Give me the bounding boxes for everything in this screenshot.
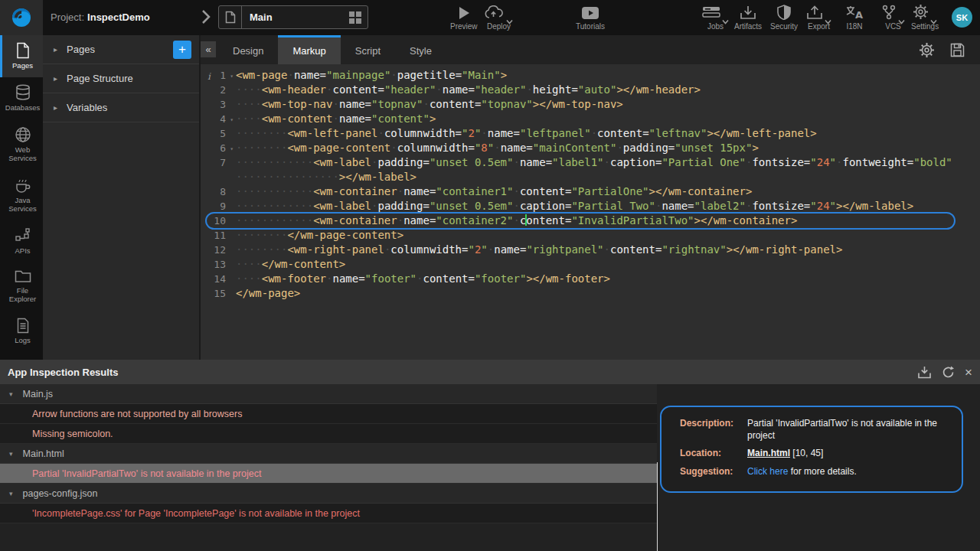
collapse-panel-button[interactable]: « bbox=[201, 41, 216, 57]
page-tab-main[interactable]: Main bbox=[218, 5, 368, 29]
code-line-9[interactable]: 9············<wm-label·padding="unset 0.… bbox=[201, 199, 980, 214]
project-name: InspectDemo bbox=[87, 11, 150, 23]
line-number[interactable]: 2 bbox=[201, 83, 236, 97]
tab-script[interactable]: Script bbox=[341, 35, 395, 64]
inspection-group-pages-config.json[interactable]: ▾pages-config.json bbox=[0, 484, 657, 504]
line-number[interactable]: 15 bbox=[201, 286, 236, 301]
log-icon bbox=[16, 318, 30, 334]
code-line-3[interactable]: 3····<wm-top-nav·name="topnav"·content="… bbox=[201, 97, 980, 112]
expand-arrow-icon: ▸ bbox=[54, 74, 57, 83]
expand-arrow-icon: ▸ bbox=[54, 45, 57, 54]
vcs-button[interactable]: VCS bbox=[881, 5, 905, 31]
line-number[interactable]: 4▾ bbox=[201, 112, 236, 126]
cloud-upload-icon bbox=[485, 5, 513, 20]
inspection-item[interactable]: Arrow functions are not supported by all… bbox=[0, 404, 657, 424]
inspection-item[interactable]: Missing semicolon. bbox=[0, 424, 657, 444]
tab-markup[interactable]: Markup bbox=[278, 35, 340, 64]
fold-marker-icon[interactable]: ▾ bbox=[230, 112, 234, 127]
code-line-10[interactable]: 10············<wm-container·name="contai… bbox=[201, 214, 980, 228]
inspection-group-label: Main.js bbox=[23, 389, 54, 399]
line-number[interactable]: 1▾ bbox=[201, 68, 236, 83]
code-line-2[interactable]: 2····<wm-header·content="header"·name="h… bbox=[201, 83, 980, 97]
panel-section-pages[interactable]: ▸ Pages + bbox=[43, 35, 199, 64]
app-logo[interactable] bbox=[0, 0, 43, 35]
page-icon bbox=[15, 42, 31, 59]
deploy-button[interactable]: Deploy bbox=[485, 5, 513, 31]
i18n-button[interactable]: A I18N bbox=[845, 5, 864, 31]
pane-divider[interactable] bbox=[657, 462, 658, 551]
tab-design[interactable]: Design bbox=[218, 35, 278, 64]
line-number[interactable]: 10 bbox=[201, 214, 236, 228]
jobs-stack-icon bbox=[702, 5, 729, 20]
rail-item-databases[interactable]: Databases bbox=[0, 77, 43, 119]
inspection-list: ▾Main.jsArrow functions are not supporte… bbox=[0, 384, 657, 523]
tutorials-button[interactable]: Tutorials bbox=[576, 5, 605, 31]
page-switcher-grid-icon[interactable] bbox=[349, 11, 361, 24]
line-number[interactable]: 13 bbox=[201, 257, 236, 272]
breadcrumb-chevron-icon[interactable] bbox=[201, 9, 211, 24]
inspection-group-Main.js[interactable]: ▾Main.js bbox=[0, 384, 657, 404]
refresh-icon[interactable] bbox=[942, 366, 955, 379]
line-number[interactable]: 14 bbox=[201, 272, 236, 286]
code-line-7[interactable]: 7············<wm-label·padding="unset 0.… bbox=[201, 155, 980, 184]
settings-button[interactable]: Settings bbox=[911, 5, 939, 31]
fold-marker-icon[interactable]: ▾ bbox=[230, 142, 234, 156]
line-number[interactable]: 9 bbox=[201, 199, 236, 214]
security-button[interactable]: Security bbox=[770, 5, 798, 31]
rail-item-web-services[interactable]: Web Services bbox=[0, 119, 43, 170]
code-line-11[interactable]: 11········</wm-page-content> bbox=[201, 228, 980, 243]
artifacts-button[interactable]: Artifacts bbox=[734, 5, 762, 31]
rail-item-logs[interactable]: Logs bbox=[0, 311, 43, 352]
close-icon[interactable]: × bbox=[965, 366, 972, 379]
line-number[interactable]: 6▾ bbox=[201, 141, 236, 155]
code-line-4[interactable]: 4▾····<wm-content·name="content"> bbox=[201, 112, 980, 126]
export-button[interactable]: Export bbox=[806, 5, 831, 31]
tab-style[interactable]: Style bbox=[395, 35, 446, 64]
panel-section-variables[interactable]: ▸ Variables bbox=[43, 93, 199, 122]
user-avatar[interactable]: SK bbox=[952, 7, 972, 28]
line-number[interactable]: 12 bbox=[201, 243, 236, 257]
add-page-button[interactable]: + bbox=[173, 41, 191, 59]
fold-marker-icon[interactable]: ▾ bbox=[230, 69, 234, 83]
location-file-link[interactable]: Main.html bbox=[747, 448, 790, 458]
inspection-item[interactable]: 'IncompletePage.css' for Page 'Incomplet… bbox=[0, 504, 657, 523]
preview-button[interactable]: Preview bbox=[450, 5, 478, 31]
globe-icon bbox=[15, 126, 31, 143]
code-line-1[interactable]: 1▾<wm-page·name="mainpage"·pagetitle="Ma… bbox=[201, 68, 980, 83]
panel-section-page-structure[interactable]: ▸ Page Structure bbox=[43, 64, 199, 93]
rail-item-apis[interactable]: APIs bbox=[0, 220, 43, 262]
location-label: Location: bbox=[680, 447, 746, 459]
page-file-icon bbox=[219, 6, 242, 28]
coffee-icon bbox=[15, 177, 31, 194]
line-number[interactable]: 8 bbox=[201, 184, 236, 199]
code-line-15[interactable]: 15</wm-page> bbox=[201, 286, 980, 301]
line-number[interactable]: 7 bbox=[201, 155, 236, 184]
description-value: Partial 'InvalidPartialTwo' is not avail… bbox=[747, 417, 962, 442]
save-icon[interactable] bbox=[950, 43, 965, 57]
line-number[interactable]: 5 bbox=[201, 126, 236, 141]
code-editor[interactable]: i 1▾<wm-page·name="mainpage"·pagetitle="… bbox=[201, 64, 980, 360]
code-line-8[interactable]: 8············<wm-container·name="contain… bbox=[201, 184, 980, 199]
top-bar: Project:InspectDemo Main Preview Deploy bbox=[0, 0, 980, 35]
line-number[interactable]: 3 bbox=[201, 97, 236, 112]
code-line-12[interactable]: 12········<wm-right-panel·columnwidth="2… bbox=[201, 243, 980, 257]
line-number[interactable]: 11 bbox=[201, 228, 236, 243]
jobs-button[interactable]: Jobs bbox=[702, 5, 729, 31]
download-results-icon[interactable] bbox=[917, 366, 932, 379]
inspection-header: App Inspection Results × bbox=[0, 360, 980, 384]
nodes-icon bbox=[15, 227, 31, 244]
inspection-group-Main.html[interactable]: ▾Main.html bbox=[0, 444, 657, 464]
code-line-6[interactable]: 6▾········<wm-page-content·columnwidth="… bbox=[201, 141, 980, 155]
rail-item-java-services[interactable]: Java Services bbox=[0, 170, 43, 220]
editor-settings-gear-icon[interactable] bbox=[919, 42, 935, 58]
inspection-group-label: Main.html bbox=[23, 448, 64, 459]
code-line-14[interactable]: 14····<wm-footer·name="footer"·content="… bbox=[201, 272, 980, 286]
suggestion-value: Click here for more details. bbox=[747, 465, 962, 478]
code-line-13[interactable]: 13····</wm-content> bbox=[201, 257, 980, 272]
play-icon bbox=[458, 5, 470, 20]
rail-item-pages[interactable]: Pages bbox=[0, 35, 43, 77]
click-here-link[interactable]: Click here bbox=[747, 466, 788, 477]
rail-item-file-explorer[interactable]: File Explorer bbox=[0, 262, 43, 311]
inspection-item[interactable]: Partial 'InvalidPartialTwo' is not avail… bbox=[0, 464, 657, 484]
code-line-5[interactable]: 5········<wm-left-panel·columnwidth="2"·… bbox=[201, 126, 980, 141]
